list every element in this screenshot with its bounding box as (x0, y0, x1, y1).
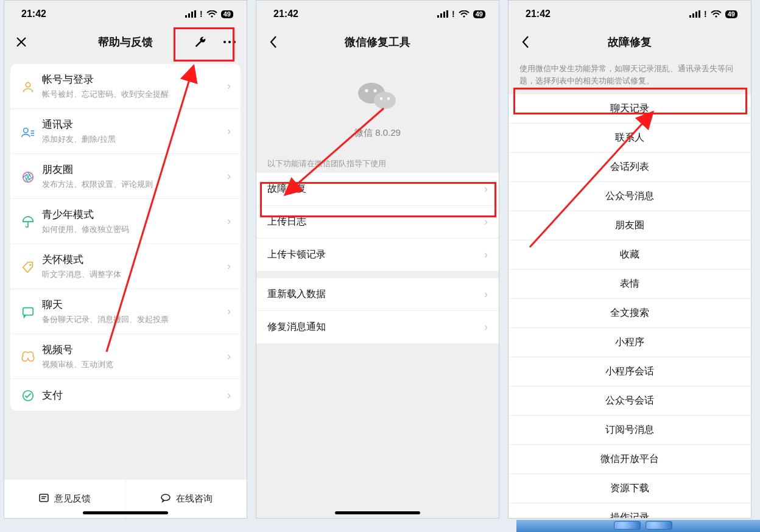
help-list: 帐号与登录帐号被封、忘记密码、收到安全提醒›通讯录添加好友、删除/拉黑›朋友圈发… (4, 57, 247, 479)
row-label: 上传日志 (267, 215, 306, 228)
tool-row-b-1[interactable]: 修复消息通知› (256, 310, 499, 343)
signal-icon (185, 10, 196, 18)
chevron-right-icon: › (225, 80, 233, 93)
repair-row-3[interactable]: 公众号消息 (508, 182, 751, 211)
status-bar: 21:42 ! 49 (508, 1, 751, 27)
svg-rect-16 (440, 13, 442, 18)
signal-excl-icon: ! (704, 9, 707, 19)
more-icon[interactable] (221, 33, 238, 51)
tool-row-a-0[interactable]: 故障修复› (256, 173, 499, 205)
svg-point-5 (223, 41, 226, 43)
taskbar-button[interactable] (646, 521, 672, 530)
help-row-5[interactable]: 聊天备份聊天记录、消息撤回、发起投票› (10, 289, 241, 334)
row-label: 表情 (620, 278, 639, 290)
chevron-right-icon: › (484, 215, 488, 228)
chevron-right-icon: › (225, 170, 233, 183)
repair-row-13[interactable]: 资源下载 (508, 474, 751, 503)
feedback-label: 意见反馈 (54, 493, 91, 505)
row-title: 朋友圈 (42, 163, 225, 177)
svg-point-23 (373, 89, 376, 92)
help-row-2[interactable]: 朋友圈发布方法、权限设置、评论规则› (10, 153, 241, 198)
row-label: 公众号会话 (605, 394, 654, 407)
svg-rect-18 (446, 10, 448, 18)
phone-help-feedback: 21:42 ! 49 帮助与反馈 帐号与登录帐号被封、忘记密码、收到安全提醒›通… (4, 0, 247, 519)
svg-rect-0 (185, 15, 187, 18)
contacts-icon (18, 124, 38, 139)
help-row-0[interactable]: 帐号与登录帐号被封、忘记密码、收到安全提醒› (10, 64, 241, 108)
close-icon[interactable] (13, 33, 30, 51)
svg-point-8 (26, 82, 30, 86)
svg-point-24 (380, 97, 382, 100)
help-row-6[interactable]: 视频号视频审核、互动浏览› (10, 334, 241, 379)
home-indicator[interactable] (335, 511, 420, 514)
row-subtitle: 如何使用、修改独立密码 (42, 224, 225, 235)
svg-point-21 (374, 92, 396, 109)
wechat-logo-icon (356, 75, 399, 119)
repair-row-11[interactable]: 订阅号消息 (508, 416, 751, 445)
row-label: 操作记录 (610, 511, 649, 519)
tool-row-b-0[interactable]: 重新载入数据› (256, 278, 499, 310)
repair-row-1[interactable]: 联系人 (508, 124, 751, 153)
status-bar: 21:42 ! 49 (4, 1, 247, 27)
home-indicator[interactable] (83, 511, 168, 514)
svg-point-6 (228, 41, 231, 43)
svg-rect-12 (23, 307, 33, 315)
row-subtitle: 听文字消息、调整字体 (42, 269, 225, 280)
taskbar-button[interactable] (614, 521, 641, 530)
row-label: 修复消息通知 (267, 321, 326, 334)
battery-indicator: 49 (221, 10, 233, 18)
svg-point-19 (463, 15, 465, 17)
repair-list: 聊天记录联系人会话列表公众号消息朋友圈收藏表情全文搜索小程序小程序会话公众号会话… (508, 94, 751, 519)
tool-row-a-2[interactable]: 上传卡顿记录› (256, 238, 499, 271)
header-title: 微信修复工具 (345, 35, 410, 49)
repair-row-5[interactable]: 收藏 (508, 240, 751, 270)
svg-rect-15 (437, 15, 439, 18)
help-row-3[interactable]: 青少年模式如何使用、修改独立密码› (10, 198, 241, 243)
row-label: 联系人 (615, 131, 644, 144)
status-bar: 21:42 ! 49 (256, 1, 499, 27)
repair-description: 使用微信中发生功能异常，如聊天记录混乱、通讯录丢失等问题，选择列表中的相关功能尝… (508, 57, 751, 94)
repair-row-7[interactable]: 全文搜索 (508, 299, 751, 328)
header-title: 帮助与反馈 (98, 35, 153, 49)
user-icon (18, 79, 38, 94)
row-label: 重新载入数据 (267, 288, 326, 301)
svg-point-4 (211, 15, 213, 17)
chat-icon (18, 304, 38, 319)
help-row-1[interactable]: 通讯录添加好友、删除/拉黑› (10, 108, 241, 153)
repair-row-12[interactable]: 微信开放平台 (508, 445, 751, 474)
repair-row-14[interactable]: 操作记录 (508, 503, 751, 519)
umbrella-icon (18, 214, 38, 229)
back-icon[interactable] (265, 33, 282, 51)
row-label: 聊天记录 (610, 102, 649, 115)
desktop-taskbar (516, 520, 760, 532)
repair-row-9[interactable]: 小程序会话 (508, 357, 751, 387)
header: 帮助与反馈 (4, 27, 247, 57)
repair-row-4[interactable]: 朋友圈 (508, 211, 751, 240)
wrench-icon[interactable] (192, 33, 209, 51)
help-row-4[interactable]: 关怀模式听文字消息、调整字体› (10, 243, 241, 289)
signal-icon (437, 10, 448, 18)
battery-indicator: 49 (473, 10, 485, 18)
repair-row-2[interactable]: 会话列表 (508, 153, 751, 182)
help-row-7[interactable]: 支付› (10, 379, 241, 411)
repair-row-8[interactable]: 小程序 (508, 328, 751, 357)
repair-row-10[interactable]: 公众号会话 (508, 387, 751, 416)
repair-row-6[interactable]: 表情 (508, 270, 751, 299)
row-title: 青少年模式 (42, 208, 225, 222)
svg-point-11 (29, 264, 31, 265)
tool-list-1: 故障修复›上传日志›上传卡顿记录› (256, 173, 499, 271)
svg-point-9 (24, 128, 28, 132)
svg-point-25 (387, 97, 390, 100)
header-title: 故障修复 (608, 35, 652, 49)
row-subtitle: 视频审核、互动浏览 (42, 359, 225, 370)
back-icon[interactable] (517, 33, 534, 51)
row-label: 小程序会话 (605, 365, 654, 378)
header: 微信修复工具 (256, 27, 499, 57)
chevron-right-icon: › (225, 350, 233, 363)
svg-rect-28 (695, 12, 697, 18)
svg-point-30 (715, 15, 717, 17)
svg-rect-1 (188, 13, 190, 18)
svg-rect-2 (191, 12, 193, 18)
repair-row-0[interactable]: 聊天记录 (508, 94, 751, 124)
tool-row-a-1[interactable]: 上传日志› (256, 205, 499, 238)
